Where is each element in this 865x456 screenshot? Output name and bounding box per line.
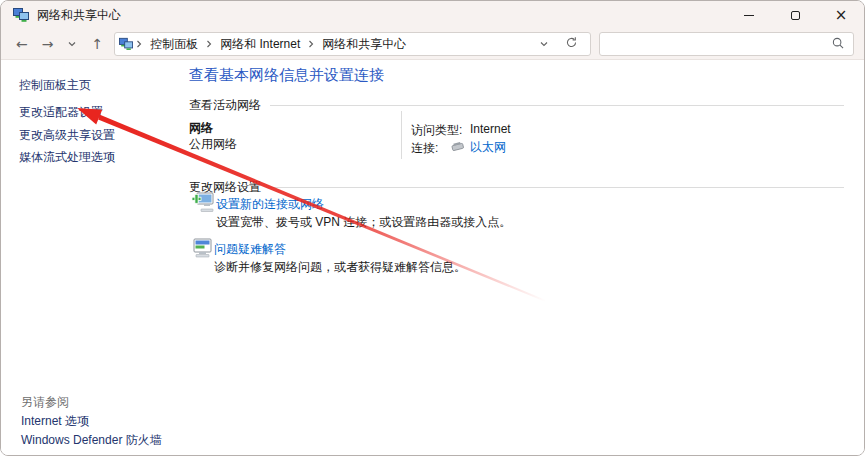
ethernet-icon [450,140,466,156]
search-input[interactable] [608,36,831,52]
page-title: 查看基本网络信息并设置连接 [189,66,384,85]
content-area: 控制面板主页 更改适配器设置 更改高级共享设置 媒体流式处理选项 另请参阅 In… [1,61,864,455]
address-bar[interactable]: 控制面板 网络和 Internet 网络和共享中心 [114,32,591,56]
breadcrumb-control-panel[interactable]: 控制面板 [145,36,203,53]
up-button[interactable]: ↑ [84,32,110,56]
network-info-divider [401,111,402,159]
section-divider [270,187,844,188]
up-icon: ↑ [91,37,103,51]
refresh-icon [565,36,578,52]
troubleshoot-icon [190,236,214,260]
search-icon [831,36,845,53]
section-view-active-networks: 查看活动网络 [189,97,844,114]
chevron-right-icon [305,39,317,49]
active-network-profile: 公用网络 [189,136,237,153]
breadcrumb-network-internet[interactable]: 网络和 Internet [215,36,305,53]
section-change-network-settings: 更改网络设置 [189,179,844,196]
sidebar-item-media-streaming-options[interactable]: 媒体流式处理选项 [19,149,115,166]
close-icon: × [835,8,848,23]
search-box[interactable] [599,32,854,56]
connections-label: 连接: [411,140,438,157]
sidebar-item-change-advanced-sharing[interactable]: 更改高级共享设置 [19,127,115,144]
chevron-right-icon [203,39,215,49]
sidebar-item-internet-options[interactable]: Internet 选项 [21,413,89,430]
chevron-down-icon [539,37,549,51]
minimize-icon [744,15,754,16]
address-dropdown-button[interactable] [531,33,557,55]
forward-icon: → [42,37,54,51]
back-button[interactable]: ← [9,32,35,56]
back-icon: ← [16,37,28,51]
access-type-value: Internet [470,122,511,136]
section-divider [270,105,844,106]
breadcrumb-network-sharing-center[interactable]: 网络和共享中心 [317,36,411,53]
new-connection-icon [191,190,215,214]
setup-new-connection-link[interactable]: 设置新的连接或网络 [216,196,324,213]
nav-buttons: ← → ↑ [9,32,110,56]
ethernet-connection-link[interactable]: 以太网 [470,139,506,156]
maximize-button[interactable] [772,1,818,29]
chevron-down-icon [67,37,77,51]
setup-new-connection-description: 设置宽带、拨号或 VPN 连接；或设置路由器或接入点。 [216,214,511,231]
sidebar-item-windows-defender-firewall[interactable]: Windows Defender 防火墙 [21,432,162,449]
network-icon [13,7,29,23]
maximize-icon [791,11,800,20]
section-title: 查看活动网络 [189,97,261,114]
network-sharing-center-window: 网络和共享中心 × ← → ↑ [0,0,865,456]
minimize-button[interactable] [726,1,772,29]
access-type-label: 访问类型: [411,122,462,139]
refresh-button[interactable] [557,33,586,55]
toolbar: ← → ↑ 控制面板 网络和 Internet [1,29,864,60]
window-controls: × [726,1,864,29]
see-also-header: 另请参阅 [21,394,69,411]
window-title: 网络和共享中心 [37,7,121,24]
troubleshoot-problems-link[interactable]: 问题疑难解答 [214,241,286,258]
sidebar-item-control-panel-home[interactable]: 控制面板主页 [19,77,91,94]
titlebar: 网络和共享中心 × [1,1,864,29]
recent-pages-button[interactable] [60,32,84,56]
network-icon [119,37,133,51]
close-button[interactable]: × [818,1,864,29]
chevron-right-icon [133,39,145,49]
sidebar-item-change-adapter-settings[interactable]: 更改适配器设置 [19,104,103,121]
forward-button[interactable]: → [35,32,61,56]
troubleshoot-problems-description: 诊断并修复网络问题，或者获得疑难解答信息。 [214,259,466,276]
active-network-name: 网络 [189,120,213,137]
